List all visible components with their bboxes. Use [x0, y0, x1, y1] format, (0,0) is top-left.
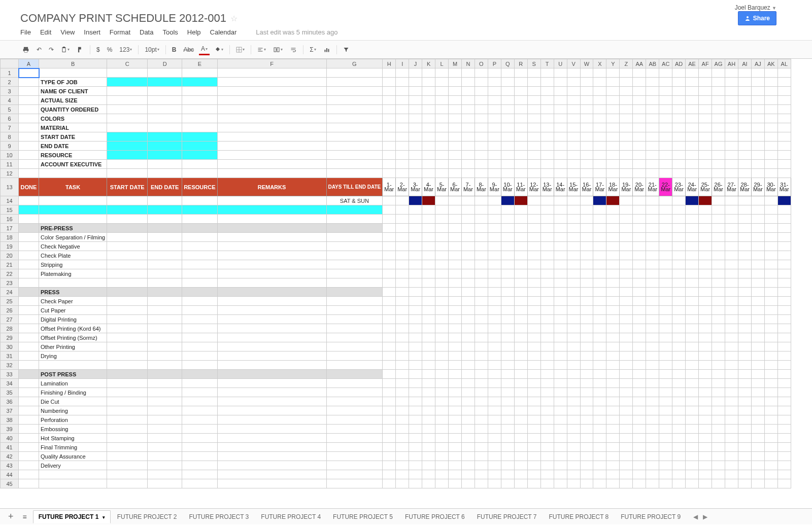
clipboard-icon[interactable]: ▾: [59, 45, 72, 55]
menu-tools[interactable]: Tools: [162, 28, 178, 36]
menu-view[interactable]: View: [60, 28, 75, 36]
user-menu[interactable]: Joel Barquez ▼: [20, 4, 792, 11]
row-header[interactable]: 37: [1, 406, 19, 415]
row-header[interactable]: 36: [1, 397, 19, 406]
task-cell[interactable]: Digital Printing: [39, 315, 107, 324]
col-header[interactable]: AH: [725, 59, 738, 68]
sheet-tab[interactable]: FUTURE PROJECT 8: [543, 510, 614, 523]
add-sheet-button[interactable]: +: [5, 511, 17, 522]
task-cell[interactable]: Lamination: [39, 379, 107, 388]
task-cell[interactable]: Hot Stamping: [39, 434, 107, 443]
row-header[interactable]: 32: [1, 361, 19, 370]
row-header[interactable]: 39: [1, 425, 19, 434]
col-header[interactable]: Z: [620, 59, 633, 68]
menu-calendar[interactable]: Calendar: [210, 28, 237, 36]
all-sheets-button[interactable]: ≡: [20, 513, 30, 521]
col-header[interactable]: E: [182, 59, 217, 68]
task-cell[interactable]: Embossing: [39, 425, 107, 434]
spreadsheet-grid[interactable]: ABCDEFGHIJKLMNOPQRSTUVWXYZAAABACADAEAFAG…: [0, 59, 791, 488]
row-header[interactable]: 31: [1, 351, 19, 361]
row-header[interactable]: 27: [1, 315, 19, 324]
row-header[interactable]: 9: [1, 142, 19, 151]
share-button[interactable]: Share: [738, 11, 776, 25]
row-header[interactable]: 3: [1, 87, 19, 96]
row-header[interactable]: 21: [1, 260, 19, 269]
task-cell[interactable]: Delivery: [39, 461, 107, 470]
fill-color-button[interactable]: ▾: [213, 45, 225, 54]
row-header[interactable]: 30: [1, 342, 19, 351]
row-header[interactable]: 1: [1, 68, 19, 78]
chart-button[interactable]: [321, 45, 332, 54]
doc-title[interactable]: COMPANY PRINT SCHEDULE 2012-001: [20, 12, 226, 25]
menu-file[interactable]: File: [20, 28, 31, 36]
row-header[interactable]: 4: [1, 96, 19, 105]
menu-format[interactable]: Format: [110, 28, 130, 36]
task-cell[interactable]: Check Plate: [39, 251, 107, 260]
col-header[interactable]: P: [488, 59, 501, 68]
format-currency[interactable]: $: [94, 45, 102, 55]
task-cell[interactable]: Die Cut: [39, 397, 107, 406]
col-header[interactable]: AG: [712, 59, 725, 68]
row-header[interactable]: 8: [1, 132, 19, 142]
col-header[interactable]: K: [422, 59, 435, 68]
col-header[interactable]: G: [326, 59, 383, 68]
strike-button[interactable]: Abc: [181, 45, 196, 55]
row-header[interactable]: 7: [1, 123, 19, 132]
col-header[interactable]: C: [107, 59, 148, 68]
task-cell[interactable]: Offset Printing (Sormz): [39, 333, 107, 342]
row-header[interactable]: 35: [1, 388, 19, 397]
row-header[interactable]: 6: [1, 114, 19, 123]
col-header[interactable]: T: [540, 59, 554, 68]
col-header[interactable]: Y: [606, 59, 620, 68]
filter-button[interactable]: [341, 45, 351, 54]
task-cell[interactable]: Other Printing: [39, 342, 107, 351]
menu-insert[interactable]: Insert: [84, 28, 100, 36]
task-cell[interactable]: Numbering: [39, 406, 107, 415]
col-header[interactable]: F: [217, 59, 326, 68]
row-header[interactable]: 17: [1, 224, 19, 233]
merge-button[interactable]: ▾: [271, 45, 285, 54]
col-header[interactable]: S: [527, 59, 540, 68]
row-header[interactable]: 15: [1, 205, 19, 215]
sheet-tab[interactable]: FUTURE PROJECT 7: [471, 510, 543, 523]
task-cell[interactable]: Finishing / Binding: [39, 388, 107, 397]
col-header[interactable]: D: [148, 59, 182, 68]
row-header[interactable]: 40: [1, 434, 19, 443]
task-cell[interactable]: Check Paper: [39, 297, 107, 306]
col-header[interactable]: AL: [777, 59, 791, 68]
star-icon[interactable]: ☆: [230, 14, 238, 23]
col-header[interactable]: AE: [686, 59, 699, 68]
row-header[interactable]: 23: [1, 278, 19, 288]
col-header[interactable]: AF: [699, 59, 712, 68]
format-percent[interactable]: %: [105, 45, 115, 55]
row-header[interactable]: 14: [1, 196, 19, 205]
sheet-tab[interactable]: FUTURE PROJECT 3: [184, 510, 255, 523]
sheet-tab[interactable]: FUTURE PROJECT 9: [615, 510, 686, 523]
row-header[interactable]: 44: [1, 470, 19, 479]
row-header[interactable]: 26: [1, 306, 19, 315]
row-header[interactable]: 42: [1, 452, 19, 461]
row-header[interactable]: 5: [1, 105, 19, 114]
row-header[interactable]: 25: [1, 297, 19, 306]
col-header[interactable]: W: [580, 59, 593, 68]
task-cell[interactable]: Quality Assurance: [39, 452, 107, 461]
col-header[interactable]: V: [567, 59, 580, 68]
row-header[interactable]: 41: [1, 443, 19, 452]
col-header[interactable]: L: [435, 59, 449, 68]
menu-data[interactable]: Data: [140, 28, 153, 36]
col-header[interactable]: AI: [738, 59, 751, 68]
sheet-tab[interactable]: FUTURE PROJECT 2: [112, 510, 183, 523]
row-header[interactable]: 19: [1, 242, 19, 251]
row-header[interactable]: 10: [1, 151, 19, 160]
row-header[interactable]: 20: [1, 251, 19, 260]
undo-icon[interactable]: ↶: [35, 45, 44, 55]
format-number[interactable]: 123▾: [117, 45, 134, 55]
col-header[interactable]: R: [514, 59, 527, 68]
functions-button[interactable]: Σ▾: [308, 45, 318, 55]
row-header[interactable]: 13: [1, 178, 19, 196]
col-header[interactable]: I: [396, 59, 409, 68]
row-header[interactable]: 11: [1, 160, 19, 169]
print-icon[interactable]: [20, 45, 31, 55]
task-cell[interactable]: Perforation: [39, 415, 107, 425]
tab-next-icon[interactable]: ▶: [703, 513, 707, 520]
